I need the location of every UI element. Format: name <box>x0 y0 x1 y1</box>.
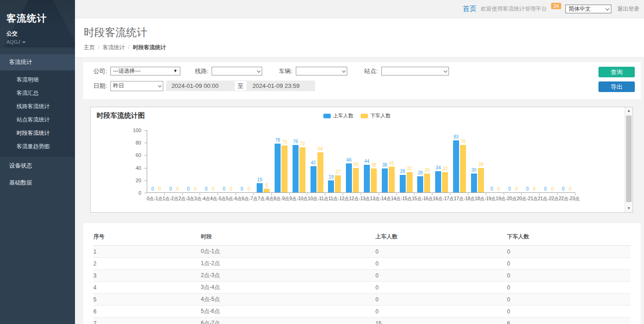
filter-row-2: 日期: 昨日 2024-01-09 00:00 至 2024-01-09 23:… <box>93 81 641 91</box>
bar[interactable]: 75 <box>282 145 288 192</box>
x-tick-mark <box>307 193 325 195</box>
bar[interactable]: 39 <box>353 168 359 192</box>
table-cell: 3点-4点 <box>201 282 376 294</box>
bar[interactable]: 72 <box>299 147 305 192</box>
query-button[interactable]: 查询 <box>598 67 635 77</box>
sidebar-subitem[interactable]: 时段客流统计 <box>0 127 75 140</box>
table-cell: 1点-2点 <box>201 258 376 270</box>
table-cell: 5 <box>93 294 201 306</box>
bar-value-label: 0 <box>176 186 179 191</box>
scroll-down-icon[interactable]: ▼ <box>625 205 632 212</box>
bar-value-label: 0 <box>205 186 208 191</box>
station-select[interactable] <box>381 67 449 75</box>
bar[interactable]: 44 <box>364 165 370 192</box>
bar[interactable]: 76 <box>293 145 299 192</box>
bar[interactable]: 83 <box>453 140 459 192</box>
x-tick-label: 13点-14点 <box>370 196 391 202</box>
bar[interactable]: 64 <box>317 152 323 192</box>
bar-value-label: 76 <box>460 139 466 144</box>
export-button[interactable]: 导出 <box>598 81 635 92</box>
breadcrumb-item[interactable]: 客流统计 <box>103 44 125 51</box>
bar[interactable]: 6 <box>264 189 270 192</box>
scrollbar-thumb[interactable] <box>626 116 632 202</box>
x-tick-mark <box>414 193 432 195</box>
y-tick-mark <box>144 180 147 181</box>
bar[interactable]: 46 <box>346 163 352 192</box>
bar[interactable]: 15 <box>257 183 263 192</box>
home-link[interactable]: 首页 <box>463 5 477 13</box>
bar[interactable]: 41 <box>389 167 395 192</box>
x-tick-mark <box>183 193 201 195</box>
bar-group: 8376 <box>451 130 469 192</box>
table-row: 21点-2点00 <box>93 258 631 270</box>
bar-value-label: 38 <box>371 162 376 168</box>
bar[interactable]: 38 <box>371 168 377 192</box>
legend-swatch <box>323 114 331 118</box>
line-select[interactable] <box>212 67 262 75</box>
sidebar-subitem[interactable]: 线路客流统计 <box>0 100 75 113</box>
bar[interactable]: 32 <box>442 172 448 192</box>
y-tick-mark <box>144 168 147 168</box>
vehicle-select[interactable] <box>296 67 347 75</box>
bar[interactable]: 28 <box>400 175 406 192</box>
notification-badge[interactable]: 34 <box>551 3 561 9</box>
bar-value-label: 0 <box>562 186 564 191</box>
x-tick-mark <box>325 193 343 195</box>
x-tick-mark <box>254 193 272 195</box>
sidebar-subitem[interactable]: 客流明细 <box>0 73 75 87</box>
bar-value-label: 0 <box>187 186 190 191</box>
bar[interactable]: 26 <box>417 176 423 192</box>
x-tick-mark <box>432 193 450 195</box>
sidebar-others: 设备状态基础数据 <box>0 158 75 191</box>
sidebar-subitem[interactable]: 客流汇总 <box>0 87 75 100</box>
org-code-dropdown[interactable]: AQGJ <box>6 39 75 45</box>
scroll-up-icon[interactable]: ▲ <box>625 107 632 115</box>
x-tick-label: 4点-5点 <box>210 196 226 202</box>
bar-value-label: 75 <box>282 139 287 145</box>
table-cell: 0 <box>507 282 631 294</box>
main-area: 首页 欢迎使用客流统计管理平台 34 简体中文 退出登录 时段客流统计 主页/客… <box>75 0 644 324</box>
chart-panel: 时段车流统计图 上车人数下车人数 020406080100 0000000000… <box>90 107 633 213</box>
bar[interactable]: 38 <box>382 168 388 192</box>
bar[interactable]: 76 <box>460 145 466 192</box>
bar[interactable]: 19 <box>328 180 334 192</box>
bar-group: 4438 <box>362 130 380 192</box>
bar-value-label: 30 <box>425 168 430 173</box>
breadcrumb-item[interactable]: 主页 <box>84 44 95 51</box>
date-preset-select[interactable]: 昨日 <box>110 81 163 91</box>
sidebar-subitem[interactable]: 客流量趋势图 <box>0 140 75 153</box>
bar[interactable]: 27 <box>335 175 341 192</box>
legend-item[interactable]: 下车人数 <box>361 112 391 119</box>
sidebar-item-passenger-stats[interactable]: 客流统计 <box>0 54 75 70</box>
table-cell: 3 <box>93 270 201 282</box>
page-title: 时段客流统计 <box>84 25 644 40</box>
bar[interactable]: 32 <box>407 172 413 192</box>
table-cell: 0 <box>507 246 631 258</box>
bar[interactable]: 78 <box>275 144 281 192</box>
date-to-input[interactable]: 2024-01-09 23:59 <box>247 81 315 91</box>
bar-value-label: 78 <box>275 138 280 143</box>
bar[interactable]: 39 <box>478 168 484 192</box>
bar-value-label: 42 <box>311 160 316 165</box>
y-tick-label: 80 <box>136 140 141 145</box>
logout-link[interactable]: 退出登录 <box>617 5 639 13</box>
bar[interactable]: 30 <box>471 174 477 192</box>
language-select[interactable]: 简体中文 <box>565 5 611 13</box>
y-tick-label: 0 <box>138 190 141 196</box>
filter-row-1: 公司: ---请选择--- ▼ 线路: 车辆: 站点: <box>93 67 641 75</box>
bar[interactable]: 30 <box>424 174 430 192</box>
company-select[interactable]: ---请选择--- ▼ <box>110 67 180 75</box>
chart-scrollbar[interactable]: ▲ ▼ <box>625 107 632 212</box>
x-tick-mark <box>450 193 468 195</box>
legend-label: 下车人数 <box>370 112 391 119</box>
sidebar-subitem[interactable]: 站点客流统计 <box>0 113 75 127</box>
date-from-input[interactable]: 2024-01-09 00:00 <box>166 81 234 91</box>
sidebar-item[interactable]: 设备状态 <box>0 158 75 174</box>
bar[interactable]: 34 <box>435 171 441 192</box>
bar-value-label: 27 <box>335 169 340 174</box>
bar-group: 156 <box>254 130 272 192</box>
bar[interactable]: 42 <box>310 166 316 192</box>
sidebar-item[interactable]: 基础数据 <box>0 175 75 191</box>
legend-item[interactable]: 上车人数 <box>323 112 353 119</box>
bar-value-label: 39 <box>353 162 358 167</box>
